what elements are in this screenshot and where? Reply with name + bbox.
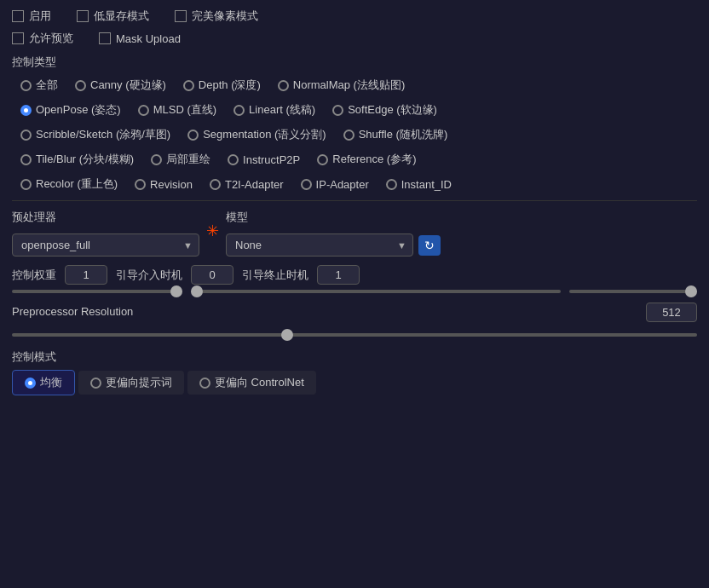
preprocessor-resolution-row: Preprocessor Resolution 512 bbox=[12, 302, 697, 323]
preprocessor-label: 预处理器 bbox=[12, 210, 199, 225]
radio-circle-all bbox=[20, 80, 32, 91]
model-select-wrap: None ▼ ↻ bbox=[226, 233, 441, 257]
control-mode-label: 控制模式 bbox=[12, 349, 697, 365]
control-type-label: 控制类型 bbox=[12, 55, 697, 70]
control-mode-circle-balanced bbox=[25, 378, 36, 389]
radio-circle-shuffle bbox=[343, 130, 354, 141]
radio-label-revision: Revision bbox=[150, 178, 193, 191]
spark-icon: ✳ bbox=[206, 222, 219, 240]
control-mode-label-more_controlnet: 更偏向 ControlNet bbox=[215, 375, 304, 390]
control-mode-circle-more_prompt bbox=[90, 378, 101, 389]
radio-item-softedge[interactable]: SoftEdge (软边缘) bbox=[324, 99, 446, 121]
radio-item-recolor[interactable]: Recolor (重上色) bbox=[12, 173, 126, 195]
radio-row-2: Scribble/Sketch (涂鸦/草图)Segmentation (语义分… bbox=[12, 124, 697, 146]
control-weight-input[interactable]: 1 bbox=[65, 265, 107, 285]
allow-preview-checkbox-box bbox=[12, 32, 24, 44]
radio-item-tileblur[interactable]: Tile/Blur (分块/模糊) bbox=[12, 148, 142, 170]
radio-row-1: OpenPose (姿态)MLSD (直线)Lineart (线稿)SoftEd… bbox=[12, 99, 697, 121]
preprocessor-resolution-slider[interactable] bbox=[12, 333, 697, 337]
model-refresh-button[interactable]: ↻ bbox=[418, 235, 441, 256]
preprocessor-resolution-label: Preprocessor Resolution bbox=[12, 305, 133, 318]
model-label: 模型 bbox=[226, 210, 441, 225]
radio-circle-openpose bbox=[20, 105, 32, 116]
radio-item-instructp2p[interactable]: InstructP2P bbox=[219, 150, 308, 170]
radio-label-reference: Reference (参考) bbox=[332, 152, 416, 167]
preprocessor-select-wrap: openpose_full ▼ bbox=[12, 233, 199, 257]
radio-circle-reference bbox=[317, 154, 328, 165]
low-vram-label: 低显存模式 bbox=[94, 9, 149, 24]
control-weight-slider[interactable] bbox=[12, 290, 182, 293]
allow-preview-label: 允许预览 bbox=[29, 31, 73, 46]
guidance-end-slider[interactable] bbox=[569, 290, 697, 293]
radio-item-depth[interactable]: Depth (深度) bbox=[175, 74, 269, 96]
radio-row-3: Tile/Blur (分块/模糊)局部重绘InstructP2PReferenc… bbox=[12, 148, 697, 170]
preprocessor-resolution-input[interactable]: 512 bbox=[646, 303, 697, 322]
radio-item-all[interactable]: 全部 bbox=[12, 74, 66, 96]
guidance-end-label: 引导终止时机 bbox=[242, 268, 308, 283]
divider bbox=[12, 200, 697, 201]
preprocessor-select[interactable]: openpose_full bbox=[12, 233, 199, 257]
radio-item-segmentation[interactable]: Segmentation (语义分割) bbox=[179, 124, 335, 146]
radio-item-reference[interactable]: Reference (参考) bbox=[308, 148, 424, 170]
radio-item-inpaint[interactable]: 局部重绘 bbox=[142, 148, 219, 170]
radio-circle-scribble bbox=[20, 130, 32, 141]
enable-checkbox[interactable]: 启用 bbox=[12, 9, 51, 24]
radio-circle-t2iadapter bbox=[210, 179, 221, 190]
radio-label-instantid: Instant_ID bbox=[401, 178, 452, 191]
radio-circle-inpaint bbox=[151, 154, 162, 165]
radio-item-instantid[interactable]: Instant_ID bbox=[378, 175, 460, 194]
radio-item-mlsd[interactable]: MLSD (直线) bbox=[130, 99, 225, 121]
low-vram-checkbox[interactable]: 低显存模式 bbox=[77, 9, 149, 24]
guidance-start-slider[interactable] bbox=[191, 290, 561, 293]
enable-checkbox-box bbox=[12, 10, 24, 22]
guidance-start-input[interactable]: 0 bbox=[191, 265, 233, 285]
control-mode-balanced[interactable]: 均衡 bbox=[12, 370, 75, 395]
radio-circle-instructp2p bbox=[228, 154, 239, 165]
mask-upload-checkbox[interactable]: Mask Upload bbox=[99, 32, 181, 45]
model-select[interactable]: None bbox=[226, 233, 413, 257]
control-type-radio-group: 全部Canny (硬边缘)Depth (深度)NormalMap (法线贴图)O… bbox=[12, 74, 697, 195]
controls-inputs-row: 控制权重 1 引导介入时机 0 引导终止时机 1 bbox=[12, 265, 697, 285]
control-mode-label-more_prompt: 更偏向提示词 bbox=[106, 375, 172, 390]
pixel-perfect-label: 完美像素模式 bbox=[192, 9, 258, 24]
radio-label-scribble: Scribble/Sketch (涂鸦/草图) bbox=[36, 127, 170, 142]
radio-label-ipadapter: IP-Adapter bbox=[316, 178, 369, 191]
control-mode-group: 均衡更偏向提示词更偏向 ControlNet bbox=[12, 370, 697, 395]
control-weight-label: 控制权重 bbox=[12, 268, 56, 283]
radio-row-0: 全部Canny (硬边缘)Depth (深度)NormalMap (法线贴图) bbox=[12, 74, 697, 96]
radio-label-inpaint: 局部重绘 bbox=[166, 152, 210, 167]
pixel-perfect-checkbox[interactable]: 完美像素模式 bbox=[175, 9, 258, 24]
guidance-end-input[interactable]: 1 bbox=[317, 265, 360, 285]
radio-item-openpose[interactable]: OpenPose (姿态) bbox=[12, 99, 130, 121]
radio-item-scribble[interactable]: Scribble/Sketch (涂鸦/草图) bbox=[12, 124, 179, 146]
control-mode-more_controlnet[interactable]: 更偏向 ControlNet bbox=[187, 371, 316, 395]
radio-item-shuffle[interactable]: Shuffle (随机洗牌) bbox=[335, 124, 457, 146]
sliders-row bbox=[12, 290, 697, 293]
radio-label-lineart: Lineart (线稿) bbox=[249, 102, 315, 118]
radio-circle-normalmap bbox=[278, 80, 289, 91]
radio-item-revision[interactable]: Revision bbox=[126, 175, 201, 194]
radio-item-normalmap[interactable]: NormalMap (法线贴图) bbox=[269, 74, 413, 96]
pixel-perfect-checkbox-box bbox=[175, 10, 187, 22]
radio-circle-revision bbox=[135, 179, 146, 190]
radio-circle-canny bbox=[75, 80, 86, 91]
radio-label-recolor: Recolor (重上色) bbox=[36, 176, 118, 192]
radio-circle-mlsd bbox=[138, 105, 149, 116]
radio-item-ipadapter[interactable]: IP-Adapter bbox=[292, 175, 378, 194]
radio-circle-lineart bbox=[233, 105, 245, 116]
guidance-start-label: 引导介入时机 bbox=[116, 268, 182, 283]
radio-item-canny[interactable]: Canny (硬边缘) bbox=[66, 74, 175, 96]
allow-preview-checkbox[interactable]: 允许预览 bbox=[12, 31, 73, 46]
radio-label-depth: Depth (深度) bbox=[199, 78, 261, 93]
radio-circle-tileblur bbox=[20, 154, 32, 165]
radio-label-segmentation: Segmentation (语义分割) bbox=[203, 127, 326, 142]
radio-item-lineart[interactable]: Lineart (线稿) bbox=[225, 99, 324, 121]
radio-row-4: Recolor (重上色)RevisionT2I-AdapterIP-Adapt… bbox=[12, 173, 697, 195]
radio-circle-softedge bbox=[332, 105, 343, 116]
control-mode-more_prompt[interactable]: 更偏向提示词 bbox=[78, 371, 184, 395]
radio-item-t2iadapter[interactable]: T2I-Adapter bbox=[201, 175, 292, 194]
preprocessor-model-row: 预处理器 openpose_full ▼ ✳ 模型 None ▼ ↻ bbox=[12, 206, 697, 257]
radio-label-normalmap: NormalMap (法线贴图) bbox=[293, 78, 405, 93]
resolution-slider-row bbox=[12, 326, 697, 339]
radio-circle-ipadapter bbox=[301, 179, 312, 190]
